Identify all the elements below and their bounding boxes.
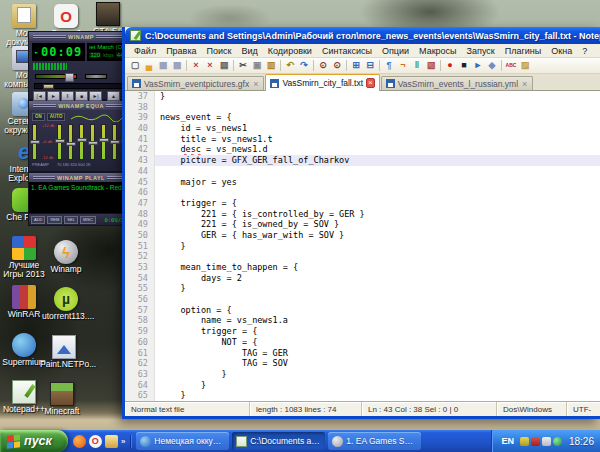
transport-prev-button[interactable]: |◄	[33, 91, 46, 101]
eq-band-thumb[interactable]	[99, 138, 109, 142]
menu-item[interactable]: Файл	[129, 46, 161, 56]
overflow-icon[interactable]: »	[121, 435, 125, 448]
eq-auto-button[interactable]: AUTO	[47, 113, 66, 122]
firefox-icon[interactable]	[73, 435, 86, 448]
winamp-main-window[interactable]: WINAMP ► 00:09 iet March (OS 320	[28, 31, 134, 100]
playlist-entry[interactable]: 1. EA Games Soundtrack - Red	[31, 184, 131, 191]
toolbar-print-icon[interactable]: ▤	[217, 59, 231, 72]
code-line[interactable]: 45 major = yes	[125, 177, 600, 188]
tab-inactive[interactable]: VasSmirn_eventpictures.gfx×	[127, 76, 264, 90]
toolbar-new-file-icon[interactable]: ▢	[128, 59, 142, 72]
code-line[interactable]: 62 TAG = SOV	[125, 358, 600, 369]
task-button-notepadpp[interactable]: C:\Documents and Se...	[232, 432, 325, 450]
desktop-icon-winrar[interactable]: WinRAR	[0, 285, 48, 319]
language-indicator[interactable]: EN	[498, 435, 517, 447]
code-line[interactable]: 38	[125, 102, 600, 113]
menu-item[interactable]: Вид	[237, 46, 263, 56]
eq-band-thumb[interactable]	[55, 139, 65, 143]
code-line[interactable]: 59 trigger = {	[125, 326, 600, 337]
toolbar-spell-check-icon[interactable]: ABC	[504, 59, 518, 72]
desktop-icon-minecraft[interactable]: Minecraft	[38, 382, 86, 416]
toolbar-cut-icon[interactable]: ✂	[236, 59, 250, 72]
winamp-main-titlebar[interactable]: WINAMP	[29, 32, 133, 41]
seek-thumb[interactable]	[43, 84, 54, 89]
code-line[interactable]: 43 picture = GFX_GER_fall_of_Charkov	[125, 155, 600, 166]
code-line[interactable]: 54 days = 2	[125, 273, 600, 284]
playlist-misc-button[interactable]: MISC	[80, 216, 96, 224]
toolbar-close-all-icon[interactable]: ×	[203, 59, 217, 72]
toolbar-undo-icon[interactable]: ↶	[283, 59, 297, 72]
transport-next-button[interactable]: ►|	[89, 91, 102, 101]
eq-band-thumb[interactable]	[88, 141, 98, 145]
playlist-add-button[interactable]: ADD	[31, 216, 45, 224]
task-button-browser-globe[interactable]: Немецкая оккупаци...	[136, 432, 229, 450]
toolbar-zoom-in-icon[interactable]: ⊞	[349, 59, 363, 72]
toolbar-word-wrap-icon[interactable]: ¶	[382, 59, 396, 72]
transport-eject-button[interactable]: ▲	[107, 91, 120, 101]
eq-band-slider[interactable]	[68, 124, 73, 160]
toolbar-close-icon[interactable]: ×	[189, 59, 203, 72]
toolbar-doc-switcher-icon[interactable]: ▧	[424, 59, 438, 72]
playlist-rem-button[interactable]: REM	[47, 216, 62, 224]
code-line[interactable]: 40 id = vs_news1	[125, 123, 600, 134]
launch-other-icon[interactable]	[105, 435, 118, 448]
eq-band-slider[interactable]	[112, 124, 117, 160]
winamp-playlist-window[interactable]: WINAMP PLAYL 1. EA Games Soundtrack - Re…	[28, 172, 134, 226]
start-button[interactable]: пуск	[0, 430, 68, 452]
audio-device-tray-icon[interactable]	[542, 437, 551, 446]
eq-band-slider[interactable]	[57, 124, 62, 160]
toolbar-copy-icon[interactable]: ▣	[250, 59, 264, 72]
preamp-thumb[interactable]	[30, 140, 40, 144]
toolbar-open-folder-icon[interactable]: ▄	[142, 59, 156, 72]
eq-band-slider[interactable]	[79, 124, 84, 160]
winamp-eq-titlebar[interactable]: WINAMP EQUA	[29, 101, 133, 110]
code-line[interactable]: 58 name = vs_news1.a	[125, 315, 600, 326]
playlist[interactable]: 1. EA Games Soundtrack - Red	[29, 182, 133, 213]
code-line[interactable]: 56	[125, 294, 600, 305]
menu-item[interactable]: Макросы	[414, 46, 462, 56]
toolbar-record-macro-icon[interactable]: ●	[443, 59, 457, 72]
eq-band-slider[interactable]	[101, 124, 106, 160]
seek-bar[interactable]	[34, 83, 126, 89]
tab-inactive[interactable]: VasSmirn_events_l_russian.yml×	[381, 76, 534, 90]
code-line[interactable]: 47 trigger = {	[125, 198, 600, 209]
eq-band-slider[interactable]	[90, 124, 95, 160]
opera-icon[interactable]: O	[89, 435, 102, 448]
tab-active[interactable]: VasSmirn_city_fall.txt×	[265, 74, 379, 91]
balance-slider[interactable]	[85, 74, 107, 79]
code-line[interactable]: 53 mean_time_to_happen = {	[125, 262, 600, 273]
toolbar-indent-guide-icon[interactable]: ‖	[410, 59, 424, 72]
code-line[interactable]: 46	[125, 187, 600, 198]
code-line[interactable]: 39news_event = {	[125, 112, 600, 123]
code-line[interactable]: 60 NOT = {	[125, 337, 600, 348]
desktop-icon-best-games[interactable]: Лучшие Игры 2013	[0, 236, 48, 280]
toolbar-show-symbols-icon[interactable]: ¬	[396, 59, 410, 72]
code-line[interactable]: 41 title = vs_news1.t	[125, 134, 600, 145]
tab-close-icon[interactable]: ×	[252, 80, 259, 88]
toolbar-find-icon[interactable]: ⊙	[316, 59, 330, 72]
code-line[interactable]: 57 option = {	[125, 305, 600, 316]
toolbar-zoom-out-icon[interactable]: ⊟	[363, 59, 377, 72]
menu-item[interactable]: Окна	[546, 46, 577, 56]
eq-band-thumb[interactable]	[110, 140, 120, 144]
code-line[interactable]: 65 }	[125, 390, 600, 401]
code-line[interactable]: 55 }	[125, 283, 600, 294]
menu-item[interactable]: ?	[577, 46, 592, 56]
code-line[interactable]: 48 221 = { is_controlled_by = GER }	[125, 209, 600, 220]
menu-item[interactable]: Запуск	[462, 46, 500, 56]
menu-item[interactable]: Поиск	[202, 46, 237, 56]
desktop-icon-winamp[interactable]: ϟWinamp	[42, 240, 90, 274]
toolbar-paste-icon[interactable]: ▥	[264, 59, 278, 72]
code-line[interactable]: 61 TAG = GER	[125, 348, 600, 359]
transport-stop-button[interactable]: ■	[75, 91, 88, 101]
playlist-sel-button[interactable]: SEL	[64, 216, 78, 224]
toolbar-replace-icon[interactable]: ⊙	[330, 59, 344, 72]
eq-band-thumb[interactable]	[66, 142, 76, 146]
desktop-icon-utorrent[interactable]: µutorrent113....	[42, 287, 90, 321]
code-line[interactable]: 51 }	[125, 241, 600, 252]
code-line[interactable]: 49 221 = { is_owned_by = SOV }	[125, 219, 600, 230]
track-time-display[interactable]: ► 00:09	[32, 43, 85, 61]
code-line[interactable]: 37}	[125, 91, 600, 102]
tab-close-icon[interactable]: ×	[521, 80, 528, 88]
editor-area[interactable]: 37}3839news_event = {40 id = vs_news141 …	[125, 91, 600, 401]
